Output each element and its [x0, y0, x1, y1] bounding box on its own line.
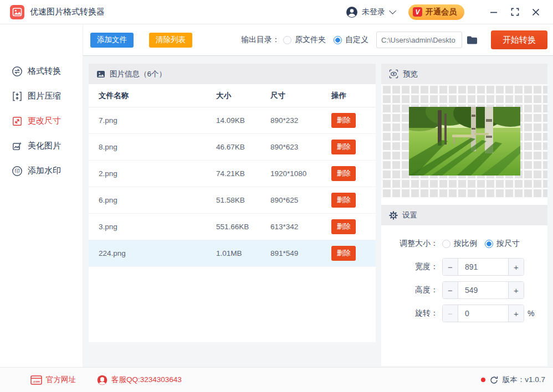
radio-by-dimensions-label: 按尺寸 — [496, 239, 520, 249]
rotate-stepper: − + — [442, 305, 524, 322]
file-size-cell: 74.21KB — [216, 169, 270, 178]
rotate-increment-button[interactable]: + — [508, 305, 524, 322]
sidebar-item-watermark[interactable]: 印 添加水印 — [0, 158, 83, 183]
output-path-input[interactable] — [376, 32, 462, 48]
sidebar-item-format-convert[interactable]: 格式转换 — [0, 59, 83, 84]
resize-mode-row: 调整大小： 按比例 按尺寸 — [381, 235, 547, 252]
preview-settings-panel: 预览 — [381, 64, 547, 366]
radio-by-dimensions-control[interactable] — [485, 240, 493, 248]
add-files-button[interactable]: 添加文件 — [90, 33, 134, 48]
width-increment-button[interactable]: + — [508, 259, 524, 275]
file-size-cell: 14.09KB — [216, 116, 270, 125]
preview-image — [409, 107, 520, 176]
sidebar-item-beautify[interactable]: 美化图片 — [0, 133, 83, 158]
official-site-label: 官方网址 — [46, 375, 76, 385]
table-row[interactable]: 3.png 551.66KB 613*342 删除 — [89, 214, 376, 240]
image-compress-icon — [12, 91, 23, 102]
vip-button[interactable]: V 开通会员 — [408, 4, 464, 20]
svg-text:印: 印 — [14, 168, 20, 174]
delete-button[interactable]: 删除 — [331, 246, 356, 261]
qq-service-link[interactable]: 客服QQ:3234303643 — [97, 375, 182, 385]
width-row: 宽度： − + — [381, 258, 547, 276]
output-dir-label: 输出目录： — [241, 35, 280, 45]
delete-button[interactable]: 删除 — [331, 166, 356, 181]
resize-icon — [12, 116, 23, 127]
gear-icon — [389, 211, 398, 220]
sidebar-item-resize[interactable]: 更改尺寸 — [0, 109, 83, 133]
file-name-cell: 6.png — [99, 196, 216, 204]
width-decrement-button[interactable]: − — [443, 259, 458, 275]
delete-button[interactable]: 删除 — [331, 193, 356, 208]
delete-button[interactable]: 删除 — [331, 140, 356, 154]
table-row[interactable]: 8.png 46.67KB 890*623 删除 — [89, 134, 376, 161]
browse-folder-icon[interactable] — [467, 35, 478, 45]
maximize-button[interactable] — [506, 4, 523, 20]
file-name-cell: 7.png — [99, 116, 216, 125]
radio-original-folder-control[interactable] — [283, 36, 291, 44]
file-panel-title: 图片信息（6个） — [110, 69, 166, 79]
rotate-decrement-button[interactable]: − — [443, 305, 458, 322]
customer-service-icon — [97, 375, 107, 385]
height-stepper: − + — [442, 281, 524, 299]
height-increment-button[interactable]: + — [508, 282, 524, 298]
table-row-selected[interactable]: 224.png 1.01MB 891*549 删除 — [89, 240, 376, 267]
rotate-label: 旋转： — [381, 308, 438, 318]
table-row[interactable]: 2.png 74.21KB 1920*1080 删除 — [89, 161, 376, 187]
file-size-cell: 46.67KB — [216, 143, 270, 151]
app-title: 优速图片格式转换器 — [30, 7, 105, 17]
height-input[interactable] — [458, 282, 508, 298]
version-label: 版本：v1.0.7 — [503, 375, 545, 385]
radio-original-folder-label: 原文件夹 — [295, 35, 326, 45]
radio-by-ratio[interactable]: 按比例 — [442, 239, 477, 249]
close-button[interactable] — [528, 4, 544, 20]
radio-original-folder[interactable]: 原文件夹 — [283, 35, 326, 45]
login-status: 未登录 — [362, 7, 385, 17]
app-window: 优速图片格式转换器 未登录 V 开通会员 — [0, 0, 553, 392]
sidebar: 格式转换 图片压缩 更改尺寸 美化图片 印 添加水印 — [0, 24, 83, 367]
preview-panel-title: 预览 — [403, 69, 418, 79]
sidebar-item-label: 图片压缩 — [28, 91, 61, 101]
chevron-down-icon — [389, 7, 396, 14]
radio-custom-folder-control[interactable] — [334, 36, 342, 44]
file-dims-cell: 890*623 — [270, 143, 331, 151]
table-header-row: 文件名称 大小 尺寸 操作 — [89, 84, 376, 107]
file-name-cell: 3.png — [99, 223, 216, 231]
delete-button[interactable]: 删除 — [331, 113, 356, 128]
column-size: 大小 — [216, 91, 270, 101]
status-dot — [481, 378, 485, 382]
radio-by-ratio-control[interactable] — [442, 240, 450, 248]
add-watermark-icon: 印 — [12, 166, 23, 177]
sidebar-item-label: 美化图片 — [28, 141, 61, 151]
radio-by-dimensions[interactable]: 按尺寸 — [485, 239, 520, 249]
rotate-unit: % — [528, 309, 534, 318]
delete-button[interactable]: 删除 — [331, 219, 356, 234]
start-convert-button[interactable]: 开始转换 — [491, 30, 547, 49]
file-size-cell: 551.66KB — [216, 223, 270, 231]
file-dims-cell: 890*232 — [270, 116, 331, 125]
clear-list-button[interactable]: 清除列表 — [149, 33, 192, 48]
radio-by-ratio-label: 按比例 — [454, 239, 477, 249]
official-site-link[interactable]: .com 官方网址 — [30, 375, 76, 385]
minimize-button[interactable] — [485, 4, 502, 20]
sidebar-item-label: 添加水印 — [28, 166, 61, 176]
column-ops: 操作 — [331, 91, 376, 101]
file-size-cell: 51.58KB — [216, 196, 270, 204]
settings-panel-title: 设置 — [402, 210, 417, 220]
refresh-version-icon[interactable] — [490, 376, 498, 384]
file-list-panel: 图片信息（6个） 文件名称 大小 尺寸 操作 7.png 14.09KB 890… — [89, 64, 376, 342]
vip-icon: V — [413, 7, 422, 17]
rotate-input[interactable] — [458, 305, 508, 322]
sidebar-item-image-compress[interactable]: 图片压缩 — [0, 84, 83, 109]
sidebar-item-label: 更改尺寸 — [28, 116, 61, 126]
height-decrement-button[interactable]: − — [443, 282, 458, 298]
height-label: 高度： — [381, 285, 438, 295]
width-input[interactable] — [458, 259, 508, 275]
table-row[interactable]: 7.png 14.09KB 890*232 删除 — [89, 107, 376, 134]
file-size-cell: 1.01MB — [216, 249, 270, 257]
width-stepper: − + — [442, 258, 524, 276]
login-menu[interactable]: 未登录 — [346, 6, 394, 18]
radio-custom-folder[interactable]: 自定义 — [334, 35, 368, 45]
resize-mode-label: 调整大小： — [381, 239, 438, 249]
table-row[interactable]: 6.png 51.58KB 890*625 删除 — [89, 187, 376, 214]
app-logo-icon — [10, 5, 24, 19]
